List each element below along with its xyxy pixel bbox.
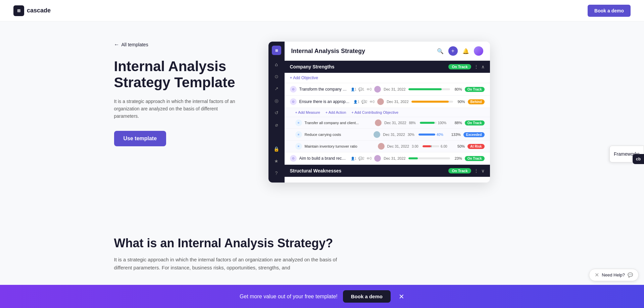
measure-icon: ≡ (295, 131, 302, 138)
right-panel: ⊞ ⌂ ⊙ ↗ ◎ ↺ ⌀ 🔒 ★ ? Inter (268, 42, 530, 183)
sidebar-person-icon[interactable]: ◎ (271, 95, 282, 106)
objective-icon: ⊙ (290, 155, 297, 162)
sidebar-users-icon[interactable]: ⊙ (271, 71, 282, 82)
sidebar-refresh-icon[interactable]: ↺ (271, 107, 282, 118)
back-link[interactable]: ← All templates (114, 42, 242, 48)
company-strengths-table: + Add Objective ⊙ Transform the company … (285, 73, 490, 165)
measure-icon: ≡ (295, 143, 302, 150)
measure-icon: ≡ (295, 119, 302, 126)
progress-bar (408, 88, 450, 90)
measure-date: Dec 31, 2022 (387, 144, 409, 148)
objective-meta: 👤1💬1👁0 (351, 88, 372, 91)
search-icon[interactable]: 🔍 (436, 46, 445, 56)
progress-fill (423, 145, 431, 147)
objective-name: Aim to build a brand recognition... (299, 156, 348, 161)
objective-meta: 👤1💬2👁0 (353, 100, 375, 104)
navbar: ⊞ cascade Book a demo (0, 0, 644, 21)
bell-icon[interactable]: 🔔 (461, 46, 470, 56)
left-panel: ← All templates Internal Analysis Strate… (114, 42, 242, 146)
section-menu-button[interactable]: ⋮ (474, 64, 479, 69)
sidebar-lock-icon[interactable]: 🔒 (271, 144, 282, 154)
app-preview: ⊞ ⌂ ⊙ ↗ ◎ ↺ ⌀ 🔒 ★ ? Inter (268, 42, 490, 183)
sidebar-logo: ⊞ (272, 46, 281, 55)
objective-icon: ⊙ (290, 86, 297, 93)
status-badge: On Track (465, 156, 485, 161)
close-need-help-icon[interactable]: ✕ (595, 272, 599, 278)
add-icon[interactable]: + (448, 46, 458, 56)
measure-avatar (374, 131, 380, 138)
section-controls-2: On Track ⋮ ∨ (448, 168, 484, 173)
objective-avatar (374, 86, 381, 93)
section-collapse-button-2[interactable]: ∨ (481, 168, 485, 173)
user-avatar[interactable] (474, 46, 483, 56)
add-measure-row: + Add Measure + Add Action + Add Contrib… (285, 108, 490, 117)
progress-pct: 88% (452, 121, 462, 125)
measure-date: Dec 31, 2022 (384, 121, 406, 125)
progress-pct: 80% (452, 87, 462, 91)
sidebar-help-icon[interactable]: ? (271, 168, 282, 178)
measure-progress-wrap: 3.00 6.00 (412, 145, 452, 148)
structural-weaknesses-badge: On Track (448, 168, 471, 173)
table-row: ≡ Transfer all company and client... Dec… (285, 117, 490, 129)
progress-fill (418, 134, 435, 136)
measure-date: Dec 31, 2022 (383, 133, 405, 137)
bottom-section-desc: It is a strategic approach in which the … (114, 256, 349, 272)
need-help-widget[interactable]: ✕ Need Help? 💬 (589, 269, 639, 281)
app-header-icons: 🔍 + 🔔 (436, 46, 483, 56)
progress-fill (420, 122, 435, 124)
progress-pct: 90% (455, 100, 465, 104)
add-measure-link[interactable]: + Add Measure (295, 110, 320, 114)
measure-name: Transfer all company and client... (305, 121, 373, 125)
back-link-text: All templates (121, 42, 148, 47)
table-row: ⊙ Aim to build a brand recognition... 👤1… (285, 152, 490, 165)
progress-pct: 50% (455, 144, 465, 148)
logo[interactable]: ⊞ cascade (13, 5, 51, 16)
app-header-title: Internal Analysis Strategy (291, 48, 365, 55)
company-strengths-badge: On Track (448, 64, 471, 69)
template-description: It is a strategic approach in which the … (114, 98, 242, 120)
cb-badge[interactable]: cb (633, 154, 644, 164)
book-demo-nav-button[interactable]: Book a demo (588, 5, 631, 17)
add-contributing-link[interactable]: + Add Contributing Objective (351, 110, 398, 114)
progress-container: 23% (408, 156, 462, 160)
sidebar-home-icon[interactable]: ⌂ (271, 59, 282, 70)
sidebar-chart-icon[interactable]: ↗ (271, 83, 282, 94)
measure-avatar (375, 119, 382, 126)
add-action-link[interactable]: + Add Action (326, 110, 346, 114)
bottom-section: What is an Internal Analysis Strategy? I… (87, 209, 557, 285)
structural-weaknesses-section-header: Structural Weaknesses On Track ⋮ ∨ (285, 165, 490, 177)
back-arrow-icon: ← (114, 42, 119, 48)
section-collapse-button[interactable]: ∧ (481, 64, 485, 69)
need-help-label: Need Help? (602, 272, 625, 277)
progress-bar (408, 157, 450, 159)
objective-date: Dec 31, 2022 (384, 87, 405, 91)
progress-pct: 23% (452, 156, 462, 160)
chat-bubble-icon: 💬 (628, 272, 633, 277)
progress-fill (411, 101, 449, 103)
progress-container: 90% (411, 100, 465, 104)
objective-icon: ⊙ (290, 98, 297, 105)
progress-bar (423, 145, 439, 147)
company-strengths-section-header: Company Strengths On Track ⋮ ∧ (285, 61, 490, 73)
sidebar-link-icon[interactable]: ⌀ (271, 119, 282, 130)
sidebar-star-icon[interactable]: ★ (271, 156, 282, 166)
table-row: ≡ Maintain inventory turnover ratio Dec … (285, 141, 490, 152)
objective-date: Dec 31, 2022 (387, 100, 408, 104)
structural-weaknesses-title: Structural Weaknesses (290, 168, 342, 173)
status-badge: On Track (465, 87, 485, 92)
use-template-button[interactable]: Use template (114, 131, 166, 146)
objective-avatar (377, 98, 384, 105)
app-main: Internal Analysis Strategy 🔍 + 🔔 Company (285, 42, 490, 183)
bottom-banner: Get more value out of your free template… (0, 285, 644, 285)
objective-name: Ensure there is an appropriate mix of... (299, 99, 351, 104)
objective-date: Dec 31, 2022 (384, 156, 405, 160)
progress-fill (408, 157, 418, 159)
measure-progress-wrap: 88% 100% (409, 121, 449, 125)
status-badge: On Track (465, 120, 485, 125)
company-strengths-title: Company Strengths (290, 64, 335, 69)
section-menu-button-2[interactable]: ⋮ (474, 168, 479, 173)
objective-name: Transform the company environment t... (299, 87, 348, 92)
add-objective-link[interactable]: + Add Objective (285, 73, 490, 83)
logo-icon: ⊞ (13, 5, 24, 16)
measure-progress-wrap: 30% 40% (408, 133, 448, 137)
